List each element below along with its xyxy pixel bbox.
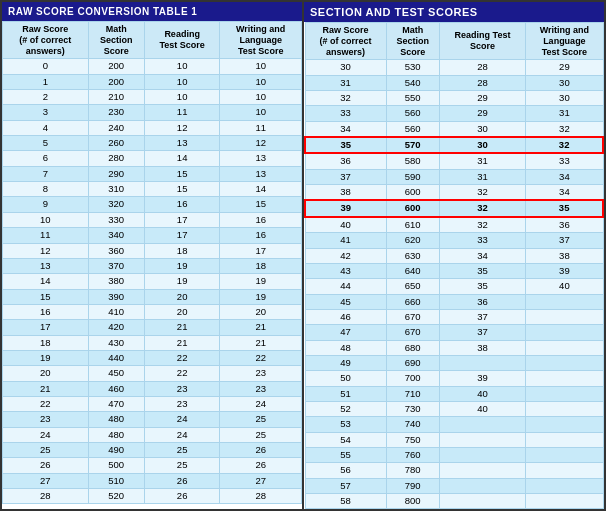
table-cell: 19 — [220, 274, 302, 289]
table-cell: 670 — [386, 309, 439, 324]
table-cell: 600 — [386, 200, 439, 216]
table-cell: 9 — [3, 197, 89, 212]
table-cell: 30 — [305, 60, 386, 75]
table-cell: 340 — [88, 228, 144, 243]
table-cell: 23 — [220, 381, 302, 396]
table-cell: 13 — [3, 258, 89, 273]
table-cell: 11 — [3, 228, 89, 243]
table-cell: 800 — [386, 494, 439, 509]
right-col-header-raw: Raw Score(# of correctanswers) — [305, 23, 386, 60]
table-cell: 20 — [220, 304, 302, 319]
table-cell — [439, 432, 525, 447]
table-cell: 200 — [88, 74, 144, 89]
left-col-header-math: MathSectionScore — [88, 22, 144, 59]
table-cell: 280 — [88, 151, 144, 166]
table-cell: 550 — [386, 91, 439, 106]
table-cell: 19 — [3, 350, 89, 365]
table-cell: 20 — [144, 304, 220, 319]
table-cell: 560 — [386, 121, 439, 137]
table-cell: 33 — [526, 153, 603, 169]
table-cell: 18 — [3, 335, 89, 350]
table-cell: 500 — [88, 458, 144, 473]
table-cell: 580 — [386, 153, 439, 169]
table-cell: 39 — [439, 371, 525, 386]
right-col-header-writing: Writing andLanguageTest Score — [526, 23, 603, 60]
table-cell: 51 — [305, 386, 386, 401]
table-cell: 58 — [305, 494, 386, 509]
table-cell: 34 — [439, 248, 525, 263]
table-cell: 11 — [220, 120, 302, 135]
table-cell: 24 — [220, 396, 302, 411]
table-cell — [526, 325, 603, 340]
table-cell: 760 — [386, 447, 439, 462]
table-cell: 56 — [305, 463, 386, 478]
table-cell: 530 — [386, 60, 439, 75]
table-cell: 34 — [305, 121, 386, 137]
table-cell — [526, 294, 603, 309]
table-cell: 5 — [3, 136, 89, 151]
table-cell: 34 — [526, 185, 603, 201]
table-cell: 44 — [305, 279, 386, 294]
table-cell: 13 — [220, 166, 302, 181]
table-cell: 21 — [3, 381, 89, 396]
table-cell: 21 — [144, 320, 220, 335]
table-cell: 370 — [88, 258, 144, 273]
table-cell: 6 — [3, 151, 89, 166]
table-cell: 57 — [305, 478, 386, 493]
table-cell: 520 — [88, 489, 144, 504]
left-table-title: RAW SCORE CONVERSION TABLE 1 — [2, 2, 302, 21]
table-cell: 17 — [144, 212, 220, 227]
table-cell: 32 — [439, 200, 525, 216]
table-cell: 23 — [144, 381, 220, 396]
table-cell: 18 — [220, 258, 302, 273]
table-cell: 50 — [305, 371, 386, 386]
table-cell: 22 — [144, 350, 220, 365]
table-cell: 2 — [3, 90, 89, 105]
table-cell: 37 — [439, 325, 525, 340]
table-cell: 31 — [439, 169, 525, 184]
table-cell: 700 — [386, 371, 439, 386]
table-cell: 43 — [305, 263, 386, 278]
table-cell: 15 — [3, 289, 89, 304]
table-cell: 360 — [88, 243, 144, 258]
table-cell: 240 — [88, 120, 144, 135]
table-cell: 540 — [386, 75, 439, 90]
table-cell: 410 — [88, 304, 144, 319]
table-cell: 23 — [220, 366, 302, 381]
table-cell: 38 — [305, 185, 386, 201]
table-cell: 21 — [220, 335, 302, 350]
table-cell: 10 — [220, 90, 302, 105]
table-cell: 420 — [88, 320, 144, 335]
table-cell: 36 — [305, 153, 386, 169]
table-cell: 390 — [88, 289, 144, 304]
table-cell: 10 — [220, 59, 302, 74]
table-cell: 260 — [88, 136, 144, 151]
table-cell: 730 — [386, 401, 439, 416]
table-cell: 25 — [144, 458, 220, 473]
table-cell: 25 — [3, 442, 89, 457]
table-cell: 35 — [439, 279, 525, 294]
table-cell: 16 — [144, 197, 220, 212]
table-cell: 21 — [144, 335, 220, 350]
table-cell: 10 — [220, 105, 302, 120]
table-cell: 13 — [144, 136, 220, 151]
table-cell: 29 — [526, 60, 603, 75]
table-cell: 37 — [439, 309, 525, 324]
table-cell: 41 — [305, 233, 386, 248]
table-cell: 28 — [439, 75, 525, 90]
table-cell: 16 — [3, 304, 89, 319]
table-cell — [439, 417, 525, 432]
table-cell: 23 — [144, 396, 220, 411]
table-cell — [439, 478, 525, 493]
table-cell: 32 — [439, 217, 525, 233]
table-cell: 35 — [526, 200, 603, 216]
table-cell: 28 — [439, 60, 525, 75]
table-cell: 330 — [88, 212, 144, 227]
table-cell: 640 — [386, 263, 439, 278]
table-cell: 48 — [305, 340, 386, 355]
table-cell: 560 — [386, 106, 439, 121]
table-cell — [526, 309, 603, 324]
table-cell: 45 — [305, 294, 386, 309]
table-cell: 53 — [305, 417, 386, 432]
table-cell: 680 — [386, 340, 439, 355]
